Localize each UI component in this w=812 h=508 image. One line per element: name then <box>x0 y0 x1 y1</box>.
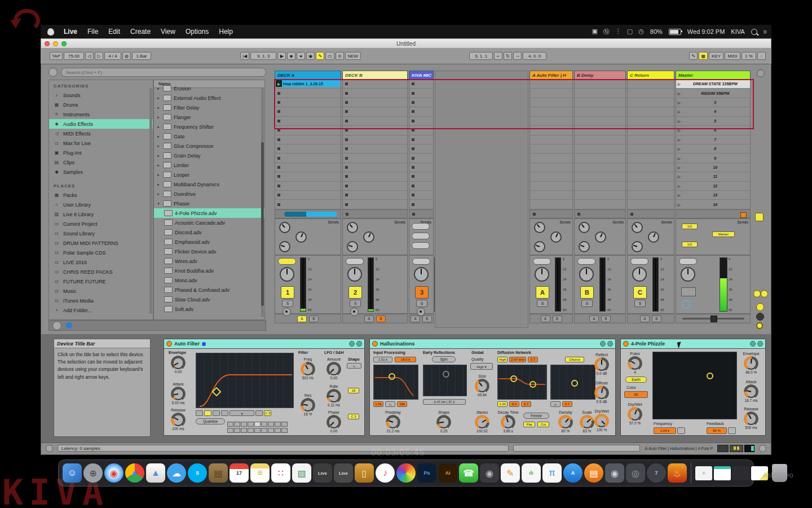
notification-center-icon[interactable]: ≡ <box>764 28 767 35</box>
transport-left-0[interactable]: TAP <box>50 52 63 60</box>
transport-center-7[interactable]: ▭ <box>325 52 334 60</box>
scene-row-3[interactable]: ▷3 <box>676 98 750 107</box>
clip-slot[interactable] <box>628 80 674 89</box>
sidebar-item-sounds[interactable]: ♪Sounds <box>49 90 153 100</box>
send-knob-b[interactable] <box>363 231 374 243</box>
crossfade-assign-b[interactable]: B <box>376 316 386 322</box>
clip-slot[interactable] <box>275 182 341 191</box>
drop-area[interactable] <box>435 71 528 328</box>
clip-slot[interactable] <box>409 98 433 107</box>
master-out-chip[interactable]: Master <box>712 231 735 237</box>
menubar-status-icon-3[interactable]: ▢ <box>627 28 633 36</box>
disclosure-icon[interactable]: ▸ <box>156 192 161 196</box>
phaser-xy-handle[interactable] <box>707 373 713 379</box>
pan-knob[interactable] <box>579 267 594 282</box>
wrench-icon[interactable] <box>607 341 613 347</box>
clip-slot[interactable] <box>628 172 674 181</box>
scene-row-5[interactable]: ▷5 <box>676 117 750 126</box>
menubar-status-icon-2[interactable]: ⋮ <box>615 28 621 36</box>
clip-slot[interactable] <box>275 200 341 209</box>
menu-edit[interactable]: Edit <box>103 25 125 38</box>
crossfade-assign-a[interactable]: A <box>640 316 650 322</box>
slope-chip[interactable] <box>255 410 263 416</box>
dock-reminders-icon[interactable]: ∷ <box>271 463 290 483</box>
clip-slot[interactable] <box>343 172 407 181</box>
clip-slot[interactable] <box>628 163 674 172</box>
spin-button[interactable]: Spin <box>432 356 456 362</box>
transport-left-3[interactable]: ▷ <box>95 52 103 60</box>
dock-notes-icon[interactable]: ≡ <box>250 463 270 483</box>
chip-0-7[interactable]: 0.7 <box>562 401 572 407</box>
chip-high[interactable]: High <box>497 357 508 362</box>
spin-display[interactable] <box>423 365 467 396</box>
scene-play-icon[interactable]: ▷ <box>678 203 681 207</box>
scene-play-icon[interactable]: ▷ <box>678 119 681 123</box>
transport-left-2[interactable]: ◁ <box>85 52 94 60</box>
transport-far-2[interactable]: KEY <box>709 52 723 60</box>
chip-1-5k[interactable]: 1.5k <box>373 401 383 407</box>
quantize-cell[interactable] <box>261 428 267 433</box>
clip-stop-icon[interactable] <box>277 175 280 178</box>
clip-stop-icon[interactable] <box>412 101 414 104</box>
clip-slot[interactable] <box>628 117 674 126</box>
browser-back-button[interactable] <box>48 68 58 77</box>
clip-slot[interactable] <box>575 98 625 107</box>
clip-stop-icon[interactable] <box>412 157 414 160</box>
device-item-glue-compressor[interactable]: ▸Glue Compressor <box>154 141 264 151</box>
scene-play-icon[interactable]: ▷ <box>678 165 681 169</box>
device-on-icon[interactable] <box>166 341 172 347</box>
dock-facetime-icon[interactable]: ☎ <box>459 463 478 483</box>
quantize-cell[interactable] <box>248 428 254 433</box>
clip-slot[interactable] <box>575 117 625 126</box>
shape-knob[interactable]: Shape 0.25 <box>431 410 457 433</box>
clip-slot[interactable] <box>628 135 674 144</box>
wrench-icon[interactable] <box>757 341 763 347</box>
device-item-filter-delay[interactable]: ▸Filter Delay <box>154 103 264 112</box>
clip-stop-icon[interactable] <box>277 194 280 196</box>
track-header-return-a[interactable]: A Auto Filter | H <box>529 71 573 80</box>
clip-stop-icon[interactable] <box>277 203 280 206</box>
place-item-current-project[interactable]: ▭Current Project <box>49 219 153 229</box>
lfo-offset-chip[interactable]: C 3 <box>348 414 359 419</box>
sidebar-item-midi-effects[interactable]: ◁MIDI Effects <box>49 129 153 138</box>
offset-chip[interactable]: C 3 <box>264 410 271 416</box>
quantize-cell[interactable] <box>254 428 261 433</box>
place-item-packs[interactable]: ▦Packs <box>49 190 153 200</box>
cue-out-chip[interactable]: 1/2 <box>682 224 698 229</box>
preset-item-acoustic-cascade-adv[interactable]: Acoustic Cascade.adv <box>154 218 264 227</box>
transport-loop-4[interactable]: 4. 0. 0 <box>523 52 546 60</box>
clip-slot[interactable] <box>530 172 572 181</box>
track-activator-return-b[interactable]: B <box>580 286 594 299</box>
clip-stop-icon[interactable] <box>345 157 348 160</box>
transport-far-0[interactable]: ✎ <box>689 52 698 60</box>
reflect-knob[interactable]: Reflect 0.0 dB <box>589 353 615 376</box>
pan-knob[interactable] <box>681 267 695 282</box>
scene-play-icon[interactable]: ▷ <box>678 91 681 95</box>
wrench-icon[interactable] <box>356 341 362 347</box>
clip-slot[interactable] <box>575 200 625 209</box>
preset-item-knot-buddha-adv[interactable]: Knot Buddha.adv <box>154 266 264 275</box>
lfo-shape-chip[interactable]: ∿ <box>347 363 361 369</box>
crossfade-assign-b[interactable]: B <box>309 316 319 322</box>
crossfader-handle[interactable] <box>710 316 717 322</box>
decay-knob[interactable]: Decay Time 3.86 s <box>495 410 521 433</box>
clip-stop-icon[interactable] <box>345 194 348 196</box>
clip-stop-icon[interactable] <box>345 101 348 104</box>
spin-handle[interactable] <box>443 371 449 378</box>
dock-folder-app-icon[interactable]: ▤ <box>209 463 228 483</box>
clip-slot[interactable] <box>628 191 674 200</box>
freeze-button[interactable]: Freeze <box>523 413 549 419</box>
track-stop-button[interactable] <box>577 213 580 216</box>
dock-itunes-icon[interactable]: ♪ <box>376 463 395 483</box>
clip-slot[interactable] <box>575 154 625 163</box>
track-delay-chip[interactable] <box>577 258 595 265</box>
track-stop-button[interactable] <box>533 213 536 216</box>
crossfader-assign-right-icon[interactable] <box>761 290 768 297</box>
track-header-master[interactable]: Master <box>676 71 751 80</box>
clip-slot[interactable] <box>409 191 433 200</box>
clip-slot[interactable] <box>628 200 674 209</box>
clip-slot[interactable] <box>628 98 674 107</box>
clip-stop-icon[interactable] <box>412 175 414 178</box>
menubar-user[interactable]: KIVA <box>731 28 744 35</box>
clip-stop-icon[interactable] <box>412 129 414 132</box>
